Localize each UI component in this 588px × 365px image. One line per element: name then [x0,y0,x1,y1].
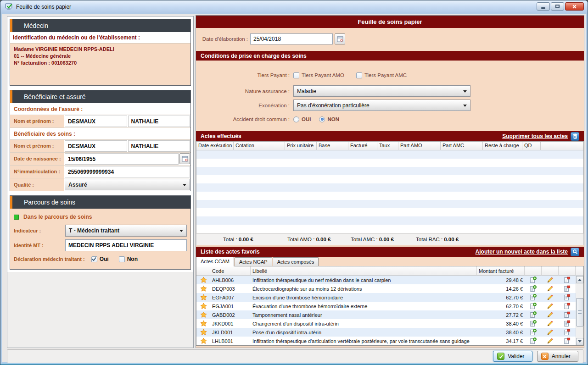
add-new-act-link[interactable]: Ajouter un nouvel acte dans la liste [476,249,568,255]
trash-icon[interactable] [571,132,579,141]
date-elaboration-field[interactable] [250,33,333,44]
favorite-libelle: Excision d'une thrombose hémorroïdaire [251,295,477,300]
naissance-field[interactable] [65,153,179,165]
delete-act-button[interactable] [559,277,576,283]
actes-table-body [196,150,583,233]
date-elaboration-calendar-button[interactable] [335,33,345,44]
edit-act-button[interactable] [542,311,559,318]
benef-nom-field[interactable] [65,140,127,152]
maximize-button[interactable] [551,2,564,11]
form-title: Feuille de soins papier [196,16,584,28]
declaration-label: Déclaration médecin traitant : [14,256,85,262]
scroll-down-icon[interactable] [576,338,583,345]
identite-mt-field[interactable] [65,239,187,251]
add-act-button[interactable] [525,329,542,336]
tiers-payant-amo-checkbox[interactable] [293,72,299,78]
delete-act-button[interactable] [559,320,576,327]
add-act-button[interactable] [525,311,542,318]
favorite-star-icon[interactable] [196,337,210,344]
favoris-col-montant[interactable]: Montant facturé [477,266,525,276]
favoris-col-libelle[interactable]: Libellé [251,266,477,276]
tab-actes-ccam[interactable]: Actes CCAM [196,257,234,266]
actes-col-8[interactable]: Reste à charge [483,142,522,150]
actes-col-2[interactable]: Prix unitaire [285,142,317,150]
favorite-act-row[interactable]: JKKD001 Changement d'un dispositif intra… [196,319,583,328]
edit-act-button[interactable] [542,285,559,292]
scroll-up-icon[interactable] [576,276,583,283]
actes-col-7[interactable]: Part AMC [441,142,483,150]
favoris-col-code[interactable]: Code [210,266,251,276]
favoris-col-star[interactable] [196,266,210,276]
valider-button[interactable]: Valider [493,351,532,362]
favorite-act-row[interactable]: LHLB001 Infiltration thérapeutique d'art… [196,337,583,345]
favorite-star-icon[interactable] [196,277,210,283]
favorite-star-icon[interactable] [196,285,210,292]
favorite-act-row[interactable]: JKLD001 Pose d'un dispositif intra-utéri… [196,328,583,337]
assure-nom-field[interactable] [65,116,127,127]
favorite-star-icon[interactable] [196,294,210,301]
declaration-oui-checkbox[interactable] [91,256,97,262]
declaration-non-checkbox[interactable] [119,256,125,262]
favorite-act-row[interactable]: GABD002 Tamponnement nasal antérieur 27.… [196,310,583,319]
exoneration-select[interactable]: Pas d'éxonération particulière [293,100,470,111]
tab-actes-composés[interactable]: Actes composés [273,257,319,266]
edit-act-button[interactable] [542,303,559,310]
delete-all-acts-link[interactable]: Supprimer tous les actes [502,133,568,139]
nature-assurance-select[interactable]: Maladie [293,85,470,97]
favoris-scrollbar[interactable] [576,276,583,345]
edit-act-button[interactable] [542,337,559,344]
favorite-star-icon[interactable] [196,311,210,318]
delete-act-button[interactable] [559,285,576,292]
actes-col-1[interactable]: Cotation [234,142,285,150]
benef-prenom-field[interactable] [128,140,190,152]
tiers-payant-amc-checkbox[interactable] [356,72,362,78]
favorite-act-row[interactable]: AHLB006 Infiltration thérapeutique du ne… [196,276,583,284]
edit-act-button[interactable] [542,294,559,301]
accident-non-radio[interactable] [319,116,325,122]
delete-act-button[interactable] [559,311,576,318]
qualite-select[interactable]: Assuré [65,179,190,190]
favoris-header-bar: Liste des actes favoris Ajouter un nouve… [196,247,584,257]
delete-act-button[interactable] [559,303,576,310]
actes-col-0[interactable]: Date exécution [196,142,234,150]
search-icon[interactable] [571,248,579,256]
edit-act-button[interactable] [542,329,559,336]
assure-prenom-field[interactable] [128,116,190,127]
actes-col-3[interactable]: Base [317,142,348,150]
delete-act-button[interactable] [559,329,576,336]
favorite-star-icon[interactable] [196,329,210,336]
favorite-act-row[interactable]: DEQP003 Électrocardiographie sur au moin… [196,284,583,293]
minimize-button[interactable] [537,2,550,11]
declaration-oui-label: Oui [100,256,109,262]
delete-act-button[interactable] [559,337,576,344]
favorite-star-icon[interactable] [196,303,210,310]
close-button[interactable] [565,2,584,11]
scrollbar-thumb[interactable] [576,298,583,326]
favorite-act-row[interactable]: EGJA001 Évacuation d'une thrombose hémor… [196,302,583,310]
add-act-button[interactable] [525,285,542,292]
favoris-table: Code Libellé Montant facturé AHLB006 Inf… [196,266,584,346]
favorite-act-row[interactable]: EGFA007 Excision d'une thrombose hémorro… [196,293,583,302]
delete-act-button[interactable] [559,294,576,301]
accident-non-label: NON [327,116,339,122]
edit-act-button[interactable] [542,320,559,327]
naissance-calendar-button[interactable] [179,153,190,164]
indicateur-select[interactable]: T - Médecin traitant [65,225,187,237]
edit-act-button[interactable] [542,277,559,283]
immatriculation-field[interactable] [65,166,190,177]
add-act-button[interactable] [525,277,542,283]
favorite-star-icon[interactable] [196,320,210,327]
annuler-button[interactable]: Annuler [537,351,578,362]
tab-actes-ngap[interactable]: Actes NGAP [235,257,272,266]
accident-oui-radio[interactable] [293,116,299,122]
title-bar[interactable]: Feuille de soins papier [0,0,588,13]
actes-col-5[interactable]: Taux [377,142,398,150]
add-act-button[interactable] [525,294,542,301]
add-act-button[interactable] [525,303,542,310]
favorite-code: LHLB001 [210,338,251,344]
actes-col-9[interactable]: QD [522,142,541,150]
actes-col-6[interactable]: Part AMO [398,142,441,150]
add-act-button[interactable] [525,337,542,344]
add-act-button[interactable] [525,320,542,327]
actes-col-4[interactable]: Facturé [348,142,377,150]
